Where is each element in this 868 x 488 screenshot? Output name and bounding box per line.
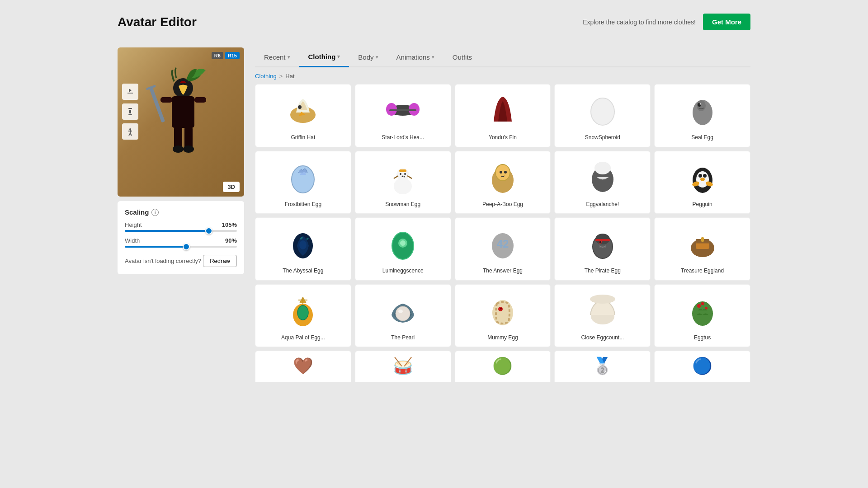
breadcrumb-parent[interactable]: Clothing (255, 73, 277, 80)
item-name-pearl: The Pearl (391, 334, 415, 342)
item-image-starlord (382, 90, 423, 131)
avatar-badges: R6 R15 (212, 52, 240, 59)
item-image-eggvalanche (582, 157, 623, 197)
item-name-eggvalanche: Eggvalanche! (586, 201, 619, 208)
height-slider-track[interactable] (125, 230, 237, 232)
item-card-pirate-egg[interactable]: The Pirate Egg (554, 217, 651, 281)
width-slider-fill (125, 246, 186, 248)
body-arrow: ▾ (376, 54, 378, 60)
item-image-treasure-eggland (682, 223, 723, 264)
item-card-peepaboo[interactable]: Peep-A-Boo Egg (455, 151, 551, 214)
item-image-pegguin (682, 157, 723, 197)
item-card-bottom-2[interactable]: 🥁 (355, 351, 451, 382)
svg-point-50 (703, 174, 707, 178)
item-card-close-eggcount[interactable]: Close Eggcount... (554, 284, 651, 347)
svg-rect-1 (129, 110, 131, 113)
svg-point-86 (697, 304, 701, 308)
item-card-snowman[interactable]: Snowman Egg (355, 151, 451, 214)
page-title: Avatar Editor (118, 15, 197, 29)
item-image-pearl (382, 290, 423, 331)
item-image-mummy-egg (482, 290, 523, 331)
info-icon[interactable]: i (151, 209, 159, 216)
item-name-starlord: Star-Lord's Hea... (382, 134, 424, 141)
svg-text:42: 42 (497, 238, 509, 250)
top-bar: Explore the catalog to find more clothes… (583, 14, 750, 30)
tab-outfits[interactable]: Outfits (443, 47, 481, 66)
svg-point-44 (504, 171, 507, 174)
item-card-bottom-3[interactable]: 🟢 (455, 351, 551, 382)
tab-body[interactable]: Body ▾ (349, 47, 387, 66)
svg-point-55 (299, 240, 307, 249)
svg-rect-0 (128, 108, 132, 109)
item-name-frostbitten: Frostbitten Egg (285, 201, 321, 208)
item-card-yondu[interactable]: Yondu's Fin (455, 84, 551, 147)
item-card-bottom-4[interactable]: 🥈 (554, 351, 651, 382)
badge-r6[interactable]: R6 (212, 52, 223, 59)
item-card-luminegg[interactable]: Lumineggscence (355, 217, 451, 281)
badge-r15[interactable]: R15 (225, 52, 240, 59)
item-card-bottom-1[interactable]: 🤎 (255, 351, 351, 382)
item-card-treasure-eggland[interactable]: Treasure Eggland (654, 217, 750, 281)
stand-icon-btn[interactable] (122, 103, 138, 120)
pose-icon-btn[interactable] (122, 123, 138, 140)
item-image-snowspheroid (582, 90, 623, 131)
item-card-frostbitten[interactable]: Frostbitten Egg (255, 151, 351, 214)
item-card-starlord[interactable]: Star-Lord's Hea... (355, 84, 451, 147)
item-card-eggvalanche[interactable]: Eggvalanche! (554, 151, 651, 214)
item-card-eggtus[interactable]: Eggtus (654, 284, 750, 347)
avatar-side-icons (122, 84, 138, 140)
scaling-section: Scaling i Height 105% Width (118, 201, 244, 274)
scaling-title: Scaling i (125, 208, 237, 216)
svg-rect-13 (194, 97, 206, 103)
tab-recent[interactable]: Recent ▾ (255, 47, 299, 66)
svg-point-36 (402, 175, 403, 177)
width-slider-thumb[interactable] (183, 243, 190, 250)
svg-point-37 (404, 176, 405, 177)
item-name-griffin-hat: Griffin Hat (291, 134, 316, 141)
get-more-button[interactable]: Get More (703, 14, 750, 30)
tab-bar: Recent ▾ Clothing ▾ Body ▾ Animations ▾ … (255, 47, 750, 67)
item-image-snowman (382, 157, 423, 197)
item-card-snowspheroid[interactable]: SnowSpheroid (554, 84, 651, 147)
item-card-abyssal[interactable]: The Abyssal Egg (255, 217, 351, 281)
item-image-griffin-hat (283, 90, 323, 131)
svg-point-16 (173, 145, 184, 153)
item-name-peepaboo: Peep-A-Boo Egg (482, 201, 523, 208)
breadcrumb: Clothing > Hat (255, 67, 750, 84)
item-card-seal-egg[interactable]: Seal Egg (654, 84, 750, 147)
item-image-bottom-2: 🥁 (393, 357, 413, 375)
item-card-pegguin[interactable]: Pegguin (654, 151, 750, 214)
item-card-bottom-5[interactable]: 🔵 (654, 351, 750, 382)
svg-point-43 (500, 171, 502, 174)
svg-point-46 (594, 162, 611, 174)
svg-point-79 (398, 310, 403, 313)
svg-point-35 (404, 173, 406, 175)
tab-clothing[interactable]: Clothing ▾ (299, 47, 349, 67)
width-scale-row: Width 90% (125, 237, 237, 248)
run-icon-btn[interactable] (122, 84, 138, 100)
svg-point-88 (701, 302, 704, 305)
redraw-row: Avatar isn't loading correctly? Redraw (125, 255, 237, 267)
item-card-pearl[interactable]: The Pearl (355, 284, 451, 347)
item-card-answer-egg[interactable]: 42 The Answer Egg (455, 217, 551, 281)
tab-animations[interactable]: Animations ▾ (387, 47, 443, 66)
item-card-aqua-pal[interactable]: Aqua Pal of Egg... (255, 284, 351, 347)
item-name-snowspheroid: SnowSpheroid (585, 134, 620, 141)
svg-rect-65 (595, 239, 610, 241)
width-label: Width (125, 237, 140, 244)
width-slider-track[interactable] (125, 246, 237, 248)
item-card-mummy-egg[interactable]: Mummy Egg (455, 284, 551, 347)
item-card-griffin-hat[interactable]: Griffin Hat (255, 84, 351, 147)
item-name-seal-egg: Seal Egg (691, 134, 713, 141)
recent-arrow: ▾ (288, 54, 290, 60)
redraw-button[interactable]: Redraw (203, 255, 237, 267)
svg-point-49 (698, 174, 702, 178)
svg-point-29 (699, 103, 701, 105)
item-image-yondu (482, 90, 523, 131)
svg-point-42 (495, 164, 510, 181)
badge-3d: 3D (223, 182, 240, 192)
breadcrumb-current: Hat (285, 73, 294, 80)
height-slider-thumb[interactable] (205, 227, 212, 235)
catalog-panel: Recent ▾ Clothing ▾ Body ▾ Animations ▾ … (255, 47, 750, 382)
svg-point-71 (701, 238, 704, 241)
